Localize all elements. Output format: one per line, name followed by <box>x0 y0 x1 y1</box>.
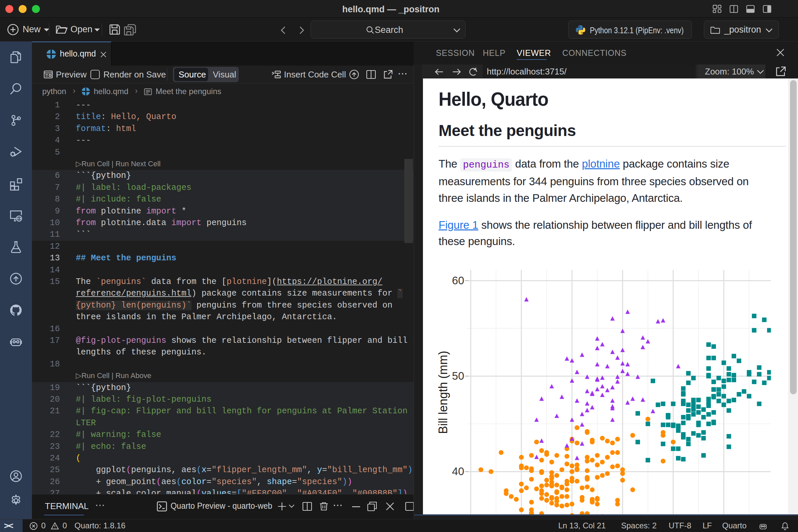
svg-text:60: 60 <box>452 274 464 287</box>
svg-text:50: 50 <box>452 370 464 382</box>
svg-text:40: 40 <box>452 465 464 477</box>
svg-text:Bill length (mm): Bill length (mm) <box>436 351 450 434</box>
